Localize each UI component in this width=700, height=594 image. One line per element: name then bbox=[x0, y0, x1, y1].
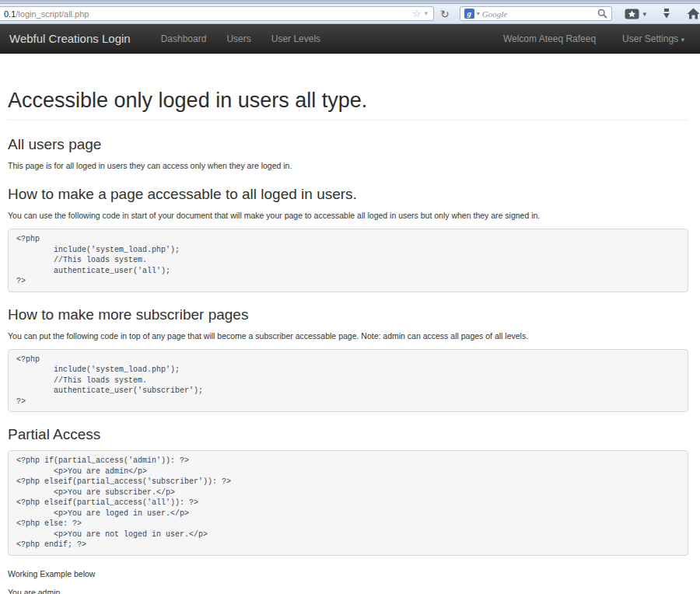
search-engine-caret-icon[interactable]: ▾ bbox=[477, 10, 480, 17]
navbar-brand[interactable]: Webful Creations Login bbox=[9, 32, 131, 45]
url-path: /login_script/all.php bbox=[16, 9, 89, 19]
code-block-subscriber: <?php include('system_load.php'); //This… bbox=[8, 349, 688, 413]
user-settings-caret-icon: ▾ bbox=[681, 36, 684, 44]
search-magnifier-icon[interactable] bbox=[597, 9, 607, 19]
page-title: Accessible only loged in users all type. bbox=[8, 89, 688, 112]
code-block-partial: <?php if(partial_access('admin')): ?> <p… bbox=[8, 450, 688, 556]
nav-item-users[interactable]: Users bbox=[216, 33, 261, 44]
all-users-text: This page is for all loged in users they… bbox=[8, 160, 688, 172]
url-bar[interactable]: 0.1/login_script/all.php ☆ ▾ bbox=[0, 6, 434, 21]
partial-access-heading: Partial Access bbox=[8, 426, 688, 443]
bookmark-star-icon[interactable]: ☆ bbox=[412, 9, 422, 19]
page-content: Accessible only loged in users all type.… bbox=[0, 89, 700, 594]
result-text: You are admin bbox=[8, 587, 688, 594]
url-text[interactable]: 0.1/login_script/all.php bbox=[4, 9, 411, 19]
subscriber-heading: How to make more subscriber pages bbox=[8, 306, 688, 323]
code-block-all: <?php include('system_load.php'); //This… bbox=[8, 229, 688, 292]
downloads-icon[interactable] bbox=[660, 8, 673, 20]
google-logo-icon[interactable]: g bbox=[464, 9, 474, 19]
welcome-text: Welcom Ateeq Rafeeq bbox=[503, 33, 596, 44]
reload-icon[interactable]: ↻ bbox=[440, 9, 450, 19]
user-settings-dropdown[interactable]: User Settings ▾ bbox=[622, 33, 684, 44]
nav-item-user-levels[interactable]: User Levels bbox=[261, 33, 331, 44]
subscriber-text: You can put the following code in top of… bbox=[8, 330, 688, 342]
search-box[interactable]: g ▾ Google bbox=[460, 6, 613, 21]
page-header: Accessible only loged in users all type. bbox=[8, 89, 688, 121]
bookmarks-caret-icon[interactable]: ▾ bbox=[642, 10, 646, 18]
user-settings-label: User Settings bbox=[622, 33, 678, 44]
home-icon[interactable] bbox=[687, 8, 700, 19]
working-example-text: Working Example below bbox=[8, 568, 688, 580]
browser-toolbar: 0.1/login_script/all.php ☆ ▾ ↻ g ▾ Googl… bbox=[0, 4, 700, 24]
site-navbar: Webful Creations Login Dashboard Users U… bbox=[0, 24, 700, 54]
url-domain: 0.1 bbox=[4, 9, 16, 19]
search-placeholder: Google bbox=[482, 9, 596, 19]
url-dropdown-caret-icon[interactable]: ▾ bbox=[425, 10, 429, 17]
make-page-heading: How to make a page accessable to all log… bbox=[8, 186, 688, 203]
make-page-text: You can use the following code in start … bbox=[8, 210, 688, 222]
nav-item-dashboard[interactable]: Dashboard bbox=[151, 33, 217, 44]
all-users-heading: All users page bbox=[8, 136, 688, 153]
bookmarks-menu-icon[interactable] bbox=[625, 9, 639, 19]
